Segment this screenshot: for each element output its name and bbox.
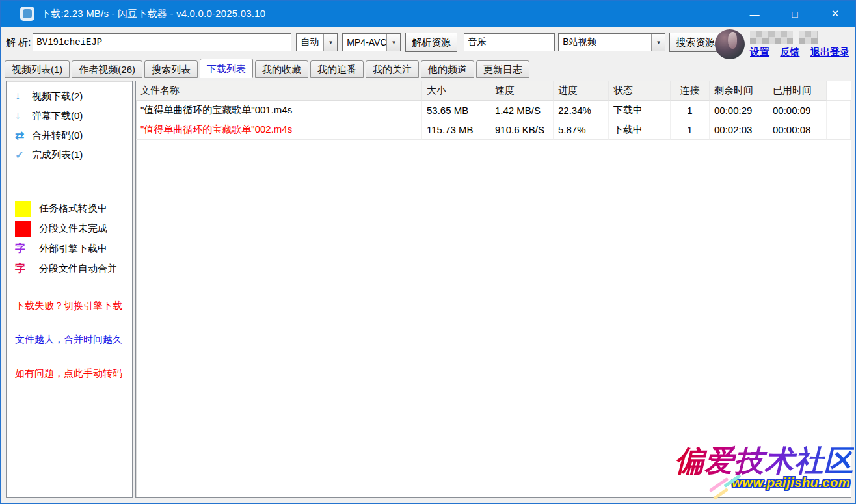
username-censored [750, 31, 818, 44]
col-progress[interactable]: 进度 [554, 81, 609, 101]
format-select[interactable]: MP4-AVC ▼ [342, 33, 401, 51]
table-row[interactable]: "值得单曲循环的宝藏歌单"002.m4s 115.73 MB 910.6 KB/… [136, 120, 851, 140]
download-arrow-icon: ↓ [15, 90, 32, 103]
parse-url-input[interactable] [33, 33, 291, 51]
settings-link[interactable]: 设置 [750, 46, 769, 57]
search-resource-button[interactable]: 搜索资源 [669, 33, 721, 52]
parse-resource-button[interactable]: 解析资源 [405, 33, 457, 52]
window-title: 下载:2.23 MB/s - 闪豆下载器 - v4.0.0.0-2025.03.… [41, 8, 265, 20]
tab-his-channel[interactable]: 他的频道 [421, 60, 474, 78]
col-filename[interactable]: 文件名称 [136, 81, 422, 101]
tab-author-videos[interactable]: 作者视频(26) [72, 60, 142, 78]
search-keyword-input[interactable] [464, 33, 555, 51]
source-select[interactable]: B站视频 ▼ [558, 33, 665, 51]
cell-filler [827, 120, 851, 140]
legend-label: 任务格式转换中 [39, 202, 107, 215]
cell-connections: 1 [671, 101, 710, 120]
tab-video-list[interactable]: 视频列表(1) [5, 60, 70, 78]
cell-speed: 910.6 KB/S [490, 120, 554, 140]
legend-label: 外部引擎下载中 [39, 243, 107, 255]
sidebar-item-label: 合并转码(0) [32, 129, 83, 142]
col-status[interactable]: 状态 [609, 81, 671, 101]
col-size[interactable]: 大小 [422, 81, 490, 101]
cell-filename: "值得单曲循环的宝藏歌单"002.m4s [136, 120, 422, 140]
title-bar: 下载:2.23 MB/s - 闪豆下载器 - v4.0.0.0-2025.03.… [1, 1, 855, 27]
tab-my-favorites[interactable]: 我的收藏 [255, 60, 308, 78]
legend-item-segment-incomplete: 分段文件未完成 [15, 219, 132, 239]
download-arrow-icon: ↓ [15, 109, 32, 122]
legend-item-auto-merge: 字 分段文件自动合并 [15, 259, 132, 279]
cell-remaining: 00:00:29 [710, 101, 768, 120]
tab-search-list[interactable]: 搜索列表 [144, 60, 198, 78]
note-switch-engine[interactable]: 下载失败？切换引擎下载 [15, 300, 132, 312]
legend-label: 分段文件未完成 [39, 222, 107, 235]
col-remaining[interactable]: 剩余时间 [710, 81, 768, 101]
chevron-down-icon: ▼ [651, 34, 665, 51]
parse-label: 解 析: [6, 36, 31, 49]
sidebar-item-completed-list[interactable]: ✓ 完成列表(1) [15, 145, 132, 165]
table-row[interactable]: "值得单曲循环的宝藏歌单"001.m4s 53.65 MB 1.42 MB/S … [136, 101, 851, 120]
tab-download-list[interactable]: 下载列表 [200, 59, 253, 78]
cell-speed: 1.42 MB/S [490, 101, 554, 120]
status-legend: 任务格式转换中 分段文件未完成 字 外部引擎下载中 字 分段文件自动合并 [15, 198, 132, 279]
tab-my-follows[interactable]: 我的关注 [366, 60, 419, 78]
maximize-button[interactable]: □ [775, 1, 815, 27]
cell-elapsed: 00:00:09 [768, 101, 827, 120]
feedback-link[interactable]: 反馈 [780, 46, 799, 57]
legend-item-converting: 任务格式转换中 [15, 198, 132, 219]
sidebar-item-video-download[interactable]: ↓ 视频下载(2) [15, 86, 132, 106]
cell-progress: 5.87% [554, 120, 609, 140]
yellow-swatch [15, 201, 31, 217]
mosaic-block [799, 31, 818, 44]
app-window: 下载:2.23 MB/s - 闪豆下载器 - v4.0.0.0-2025.03.… [0, 0, 856, 504]
window-controls: — □ ✕ [734, 1, 855, 27]
cell-status: 下载中 [609, 101, 671, 120]
legend-label: 分段文件自动合并 [39, 263, 117, 275]
download-table: 文件名称 大小 速度 进度 状态 连接 剩余时间 已用时间 "值得单曲循环的宝藏… [135, 81, 851, 498]
cell-size: 115.73 MB [422, 120, 490, 140]
header-filler [827, 81, 851, 101]
col-elapsed[interactable]: 已用时间 [768, 81, 827, 101]
tab-bar: 视频列表(1) 作者视频(26) 搜索列表 下载列表 我的收藏 我的追番 我的关… [1, 58, 855, 78]
sidebar-notes: 下载失败？切换引擎下载 文件越大，合并时间越久 如有问题，点此手动转码 [15, 300, 132, 380]
note-manual-transcode[interactable]: 如有问题，点此手动转码 [15, 367, 132, 380]
cell-remaining: 00:02:03 [710, 120, 768, 140]
cell-elapsed: 00:00:08 [768, 120, 827, 140]
close-button[interactable]: ✕ [815, 1, 855, 27]
sidebar-item-danmaku-download[interactable]: ↓ 弹幕下载(0) [15, 106, 132, 126]
avatar[interactable] [715, 29, 745, 59]
sidebar-item-merge-transcode[interactable]: ⇄ 合并转码(0) [15, 126, 132, 145]
chevron-down-icon: ▼ [386, 34, 400, 51]
crimson-char-swatch: 字 [15, 262, 31, 276]
cell-progress: 22.34% [554, 101, 609, 120]
purple-char-swatch: 字 [15, 242, 31, 256]
check-icon: ✓ [15, 148, 32, 162]
transcode-arrows-icon: ⇄ [15, 129, 32, 142]
sidebar-item-label: 视频下载(2) [32, 90, 83, 103]
logout-link[interactable]: 退出登录 [810, 46, 849, 57]
red-swatch [15, 221, 31, 237]
app-icon [20, 7, 34, 21]
mosaic-block [750, 31, 793, 44]
col-speed[interactable]: 速度 [490, 81, 554, 101]
table-header: 文件名称 大小 速度 进度 状态 连接 剩余时间 已用时间 [136, 81, 851, 101]
minimize-button[interactable]: — [734, 1, 775, 27]
cell-connections: 1 [671, 120, 710, 140]
sidebar-item-label: 弹幕下载(0) [32, 110, 83, 122]
user-links: 设置 反馈 退出登录 [750, 46, 856, 59]
cell-status: 下载中 [609, 120, 671, 140]
col-connections[interactable]: 连接 [671, 81, 710, 101]
sidebar: ↓ 视频下载(2) ↓ 弹幕下载(0) ⇄ 合并转码(0) ✓ 完成列表(1) … [6, 81, 133, 498]
tab-changelog[interactable]: 更新日志 [476, 60, 529, 78]
cell-filler [827, 101, 851, 120]
chevron-down-icon: ▼ [323, 34, 337, 51]
tab-my-bangumi[interactable]: 我的追番 [310, 60, 364, 78]
mode-select[interactable]: 自动 ▼ [296, 33, 338, 51]
user-area: 设置 反馈 退出登录 [715, 29, 854, 59]
cell-size: 53.65 MB [422, 101, 490, 120]
cell-filename: "值得单曲循环的宝藏歌单"001.m4s [136, 101, 422, 120]
note-merge-time: 文件越大，合并时间越久 [15, 334, 132, 346]
legend-item-external-engine: 字 外部引擎下载中 [15, 239, 132, 259]
sidebar-item-label: 完成列表(1) [32, 149, 83, 161]
